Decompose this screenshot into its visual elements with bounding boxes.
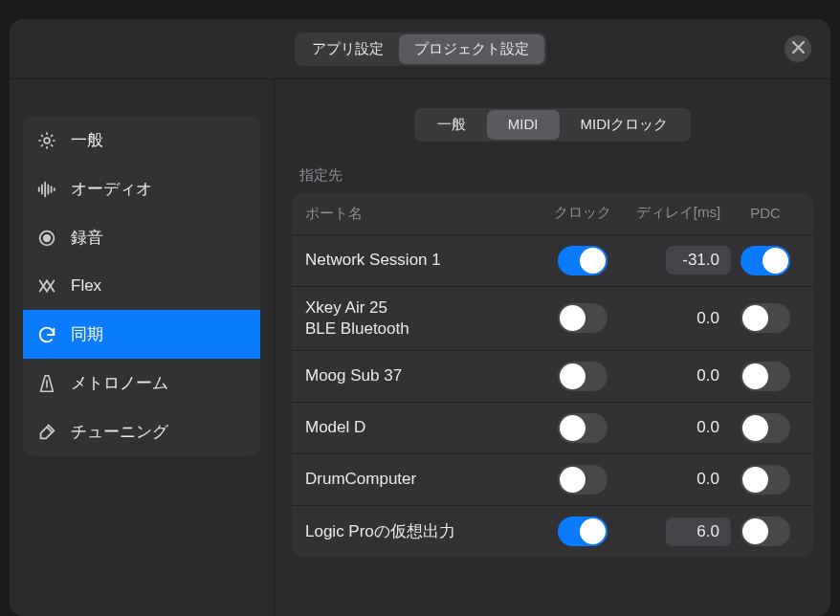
column-delay-header: ディレイ[ms]: [626, 204, 731, 222]
clock-cell: [540, 465, 626, 495]
sidebar-item-label: チューニング: [71, 421, 168, 443]
pdc-toggle[interactable]: [741, 413, 790, 443]
table-row: DrumComputer0.0: [292, 454, 813, 506]
table-row: Moog Sub 370.0: [292, 351, 813, 403]
clock-toggle[interactable]: [558, 303, 608, 333]
pdc-cell: [731, 303, 800, 333]
delay-field[interactable]: -31.0: [666, 246, 731, 275]
clock-toggle[interactable]: [558, 246, 608, 275]
sidebar-item-audio[interactable]: オーディオ: [23, 165, 260, 213]
clock-cell: [540, 303, 626, 333]
subtab-midi-clock[interactable]: MIDIクロック: [560, 110, 690, 140]
sidebar-item-sync[interactable]: 同期: [23, 310, 260, 359]
delay-cell: 0.0: [626, 304, 731, 333]
subtab-midi[interactable]: MIDI: [487, 110, 560, 140]
clock-cell: [540, 246, 626, 275]
clock-toggle[interactable]: [558, 362, 608, 391]
tab-app-settings[interactable]: アプリ設定: [297, 34, 399, 64]
sidebar-item-record[interactable]: 録音: [23, 213, 260, 262]
table-header: ポート名 クロック ディレイ[ms] PDC: [292, 192, 813, 235]
modal-header: アプリ設定 プロジェクト設定: [10, 19, 830, 78]
delay-field: 0.0: [666, 465, 731, 494]
sidebar-item-label: メトロノーム: [71, 372, 168, 394]
sync-icon: [36, 324, 57, 345]
clock-cell: [540, 517, 626, 546]
sidebar-item-label: 一般: [71, 129, 103, 151]
content-pane: 一般 MIDI MIDIクロック 指定先 ポート名 クロック ディレイ[ms] …: [275, 79, 830, 616]
pdc-toggle[interactable]: [741, 303, 790, 333]
svg-point-2: [44, 234, 50, 240]
destinations-table: ポート名 クロック ディレイ[ms] PDC Network Session 1…: [292, 192, 813, 558]
sidebar-item-metronome[interactable]: メトロノーム: [23, 359, 260, 407]
tab-project-settings[interactable]: プロジェクト設定: [399, 34, 544, 64]
table-row: Xkey Air 25BLE Bluetooth0.0: [292, 287, 813, 351]
delay-cell: -31.0: [626, 246, 731, 275]
gear-icon: [36, 130, 57, 151]
pdc-cell: [731, 362, 800, 391]
table-row: Logic Proの仮想出力6.0: [292, 506, 813, 558]
port-name: Moog Sub 37: [305, 365, 540, 386]
sidebar-item-tuning[interactable]: チューニング: [23, 407, 260, 456]
flex-icon: [36, 275, 57, 297]
record-icon: [36, 228, 57, 249]
port-name: Network Session 1: [305, 250, 540, 271]
section-label: 指定先: [299, 166, 813, 185]
pdc-cell: [731, 413, 800, 443]
subtab-general[interactable]: 一般: [416, 110, 487, 140]
pdc-toggle[interactable]: [741, 246, 790, 275]
sidebar-item-label: オーディオ: [71, 178, 152, 200]
sidebar-item-label: 同期: [71, 323, 103, 345]
sidebar: 一般 オーディオ 録音: [10, 79, 275, 616]
clock-toggle[interactable]: [558, 465, 608, 495]
close-icon: [792, 40, 805, 57]
delay-cell: 6.0: [626, 517, 731, 546]
modal-body: 一般 オーディオ 録音: [10, 78, 830, 616]
delay-field: 0.0: [666, 304, 731, 333]
metronome-icon: [36, 373, 57, 394]
column-port-header: ポート名: [305, 204, 540, 223]
delay-field: 0.0: [666, 413, 731, 442]
port-name: Xkey Air 25BLE Bluetooth: [305, 297, 540, 340]
column-pdc-header: PDC: [731, 205, 800, 221]
tuning-icon: [36, 422, 57, 443]
sidebar-item-general[interactable]: 一般: [23, 116, 260, 165]
sidebar-item-label: Flex: [71, 276, 101, 296]
delay-cell: 0.0: [626, 413, 731, 442]
port-name: DrumComputer: [305, 469, 540, 490]
port-name: Model D: [305, 417, 540, 438]
close-button[interactable]: [785, 35, 811, 62]
table-row: Model D0.0: [292, 403, 813, 454]
column-clock-header: クロック: [540, 204, 626, 222]
header-tabs: アプリ設定 プロジェクト設定: [295, 33, 546, 66]
sidebar-list: 一般 オーディオ 録音: [23, 116, 260, 456]
delay-field[interactable]: 6.0: [666, 517, 731, 546]
settings-modal: アプリ設定 プロジェクト設定 一般: [10, 19, 830, 616]
pdc-cell: [731, 246, 800, 275]
pdc-toggle[interactable]: [741, 517, 790, 546]
pdc-toggle[interactable]: [741, 465, 790, 495]
pdc-toggle[interactable]: [741, 362, 790, 391]
delay-cell: 0.0: [626, 465, 731, 494]
clock-toggle[interactable]: [558, 413, 608, 443]
sidebar-item-label: 録音: [71, 227, 103, 249]
delay-cell: 0.0: [626, 362, 731, 390]
port-name: Logic Proの仮想出力: [305, 521, 540, 542]
clock-cell: [540, 362, 626, 391]
content-subtabs: 一般 MIDI MIDIクロック: [414, 108, 691, 142]
svg-point-0: [44, 138, 50, 143]
clock-toggle[interactable]: [558, 517, 608, 546]
pdc-cell: [731, 465, 800, 495]
waveform-icon: [36, 179, 57, 200]
clock-cell: [540, 413, 626, 443]
pdc-cell: [731, 517, 800, 546]
sidebar-item-flex[interactable]: Flex: [23, 262, 260, 310]
delay-field: 0.0: [666, 362, 731, 390]
table-row: Network Session 1-31.0: [292, 235, 813, 287]
